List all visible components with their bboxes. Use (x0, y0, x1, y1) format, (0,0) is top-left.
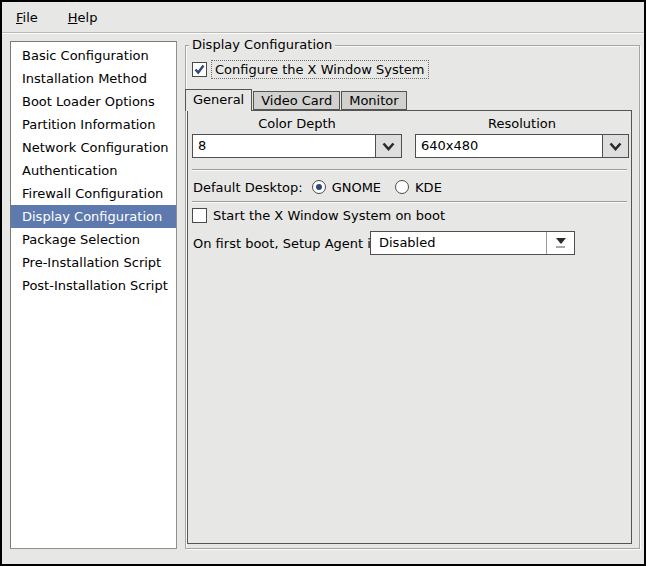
kde-radio[interactable] (395, 180, 409, 194)
menu-help-rest: elp (78, 10, 98, 25)
resolution-entry[interactable]: 640x480 (415, 134, 602, 158)
general-tab-panel: Color Depth Resolution 8 640x480 Default… (187, 110, 632, 544)
configure-x-checkbox[interactable] (192, 62, 207, 77)
start-x-checkbox-row: Start the X Window System on boot (192, 208, 445, 223)
default-desktop-row: Default Desktop: GNOME KDE (193, 177, 456, 197)
kde-radio-label[interactable]: KDE (415, 180, 442, 195)
chevron-down-icon (609, 142, 622, 151)
sidebar-item-installation-method[interactable]: Installation Method (11, 67, 176, 90)
checkmark-icon (194, 64, 205, 75)
start-x-checkbox[interactable] (192, 208, 207, 223)
color-depth-label: Color Depth (192, 116, 402, 131)
tab-video-card[interactable]: Video Card (253, 91, 340, 110)
arrow-down-icon (556, 238, 566, 244)
color-depth-entry[interactable]: 8 (192, 134, 375, 158)
setup-agent-value: Disabled (371, 232, 546, 254)
configure-x-checkbox-label[interactable]: Configure the X Window System (211, 60, 429, 79)
setup-agent-row: On first boot, Setup Agent is: (193, 231, 382, 255)
gnome-radio-label[interactable]: GNOME (332, 180, 381, 195)
gnome-radio[interactable] (312, 180, 326, 194)
sidebar-item-boot-loader-options[interactable]: Boot Loader Options (11, 90, 176, 113)
menu-help[interactable]: Help (62, 7, 104, 28)
setup-agent-option-menu[interactable]: Disabled (370, 231, 575, 255)
separator (192, 169, 627, 171)
sidebar-item-display-configuration[interactable]: Display Configuration (11, 205, 176, 228)
menu-file[interactable]: File (10, 7, 44, 28)
sidebar-item-network-configuration[interactable]: Network Configuration (11, 136, 176, 159)
sidebar-item-partition-information[interactable]: Partition Information (11, 113, 176, 136)
sidebar-item-firewall-configuration[interactable]: Firewall Configuration (11, 182, 176, 205)
resolution-dropdown-button[interactable] (602, 134, 629, 158)
resolution-combo: 640x480 (415, 134, 629, 158)
menu-help-accel: H (68, 10, 78, 25)
default-desktop-label: Default Desktop: (193, 180, 303, 195)
sidebar-item-basic-configuration[interactable]: Basic Configuration (11, 44, 176, 67)
separator (192, 201, 627, 203)
sidebar-item-package-selection[interactable]: Package Selection (11, 228, 176, 251)
notebook-tabs: General Video Card Monitor (185, 89, 408, 111)
color-depth-combo: 8 (192, 134, 402, 158)
resolution-label: Resolution (415, 116, 629, 131)
tab-monitor[interactable]: Monitor (341, 91, 406, 110)
option-menu-indicator-bar (556, 246, 565, 248)
frame-title: Display Configuration (189, 37, 335, 53)
sidebar-item-authentication[interactable]: Authentication (11, 159, 176, 182)
color-depth-dropdown-button[interactable] (375, 134, 402, 158)
tab-general[interactable]: General (185, 89, 252, 111)
sidebar-item-post-installation-script[interactable]: Post-Installation Script (11, 274, 176, 297)
sidebar-item-pre-installation-script[interactable]: Pre-Installation Script (11, 251, 176, 274)
start-x-checkbox-label[interactable]: Start the X Window System on boot (213, 208, 445, 223)
chevron-down-icon (382, 142, 395, 151)
menubar: File Help (2, 2, 644, 33)
category-list: Basic Configuration Installation Method … (10, 41, 177, 549)
configure-x-checkbox-row: Configure the X Window System (192, 60, 429, 79)
kickstart-configurator-window: { "menubar": { "items": [ { "accel": "F"… (0, 0, 646, 566)
setup-agent-label: On first boot, Setup Agent is: (193, 236, 382, 251)
option-menu-indicator (546, 232, 574, 254)
display-configuration-frame: Display Configuration Configure the X Wi… (185, 45, 640, 549)
menu-file-rest: ile (23, 10, 38, 25)
